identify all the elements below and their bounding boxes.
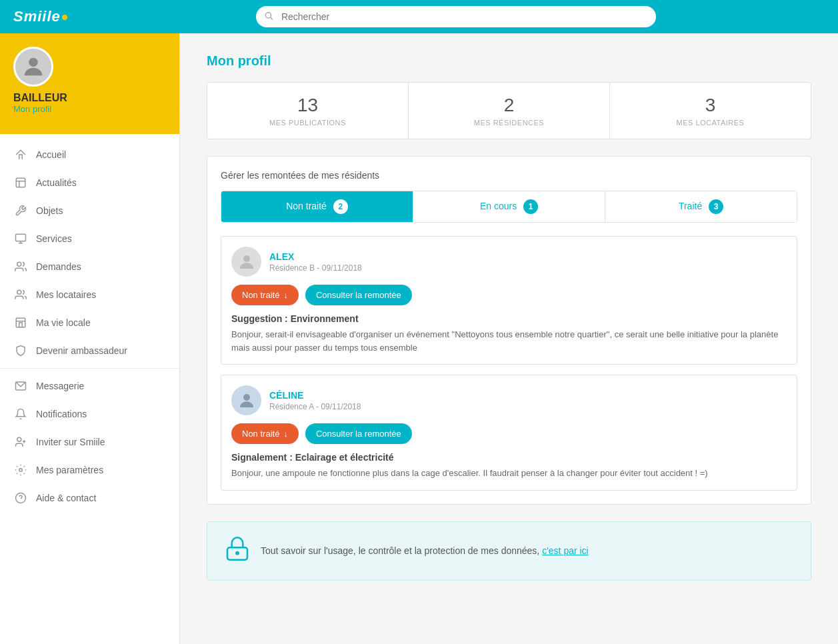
nav-divider <box>0 368 179 369</box>
report-card-celine: CÉLINE Résidence A - 09/11/2018 Non trai… <box>221 375 797 491</box>
avatar-alex <box>231 247 261 277</box>
sidebar-label-inviter: Inviter sur Smiile <box>36 437 105 447</box>
sidebar-item-parametres[interactable]: Mes paramètres <box>0 456 179 484</box>
sidebar-item-locataires[interactable]: Mes locataires <box>0 281 179 309</box>
tab-non-traite-badge: 2 <box>333 199 348 214</box>
svg-point-22 <box>236 552 238 554</box>
svg-point-16 <box>19 469 23 472</box>
stat-label-residences: MES RÉSIDENCES <box>421 119 597 127</box>
report-actions-celine: Non traité ↓ Consulter la remontée <box>231 423 787 444</box>
report-meta-alex: Résidence B - 09/11/2018 <box>269 263 362 273</box>
tab-non-traite[interactable]: Non traité 2 <box>221 191 413 222</box>
stat-label-publications: MES PUBLICATIONS <box>219 119 396 127</box>
btn-consulter-alex[interactable]: Consulter la remontée <box>305 285 412 305</box>
svg-point-2 <box>29 58 37 67</box>
svg-point-20 <box>243 394 250 401</box>
data-banner: Tout savoir sur l'usage, le contrôle et … <box>207 521 811 581</box>
sidebar-item-inviter[interactable]: Inviter sur Smiile <box>0 428 179 456</box>
page-title: Mon profil <box>207 53 811 69</box>
people-icon <box>13 259 28 274</box>
remontees-section: Gérer les remontées de mes résidents Non… <box>207 156 811 505</box>
sidebar-item-notifications[interactable]: Notifications <box>0 400 179 428</box>
report-meta-celine: Résidence A - 09/11/2018 <box>269 402 361 411</box>
report-card-alex: ALEX Résidence B - 09/11/2018 Non traité… <box>221 236 797 365</box>
gear-icon <box>13 463 28 477</box>
sidebar-item-accueil[interactable]: Accueil <box>0 141 179 169</box>
btn-non-traite-alex[interactable]: Non traité ↓ <box>231 285 299 305</box>
sidebar-item-vie-locale[interactable]: Ma vie locale <box>0 309 179 337</box>
arrow-down-icon: ↓ <box>283 290 288 300</box>
btn-non-traite-celine[interactable]: Non traité ↓ <box>231 423 299 444</box>
svg-point-0 <box>265 13 271 18</box>
layout: BAILLEUR Mon profil Accueil <box>0 33 838 644</box>
report-user-name-alex: ALEX <box>269 251 362 262</box>
main-content: Mon profil 13 MES PUBLICATIONS 2 MES RÉS… <box>180 33 838 644</box>
tab-traite[interactable]: Traité 3 <box>605 191 797 222</box>
svg-rect-6 <box>16 234 26 241</box>
svg-point-10 <box>17 290 21 294</box>
bell-icon <box>13 407 28 421</box>
stat-number-residences: 2 <box>421 95 597 116</box>
avatar-celine <box>231 385 261 415</box>
person-add-icon <box>13 435 28 449</box>
data-banner-text: Tout savoir sur l'usage, le contrôle et … <box>261 545 589 556</box>
shield-icon <box>13 343 28 358</box>
stat-number-publications: 13 <box>219 95 396 116</box>
tab-traite-label: Traité <box>679 201 702 211</box>
report-body-title-celine: Signalement : Eclairage et électricité <box>231 452 787 463</box>
tab-en-cours[interactable]: En cours 1 <box>413 191 605 222</box>
wrench-icon <box>13 203 28 218</box>
report-body-title-alex: Suggestion : Environnement <box>231 313 787 324</box>
search-input[interactable] <box>256 6 656 27</box>
sidebar-label-objets: Objets <box>36 205 63 216</box>
sidebar-label-parametres: Mes paramètres <box>36 465 103 475</box>
remontees-title: Gérer les remontées de mes résidents <box>221 170 797 181</box>
sidebar-label-actualites: Actualités <box>36 177 77 188</box>
sidebar-item-actualites[interactable]: Actualités <box>0 169 179 197</box>
stat-residences[interactable]: 2 MES RÉSIDENCES <box>409 83 610 139</box>
svg-rect-3 <box>16 178 25 187</box>
stat-publications[interactable]: 13 MES PUBLICATIONS <box>207 83 409 139</box>
sidebar-item-objets[interactable]: Objets <box>0 197 179 225</box>
logo: Smiile <box>13 9 67 24</box>
logo-dot <box>62 15 67 20</box>
stat-locataires[interactable]: 3 MES LOCATAIRES <box>610 83 811 139</box>
remontees-tabs: Non traité 2 En cours 1 Traité 3 <box>221 191 797 223</box>
svg-point-13 <box>17 437 21 441</box>
sidebar-label-ambassadeur: Devenir ambassadeur <box>36 345 127 356</box>
tab-non-traite-label: Non traité <box>286 201 327 211</box>
report-header-alex: ALEX Résidence B - 09/11/2018 <box>231 247 787 277</box>
report-header-celine: CÉLINE Résidence A - 09/11/2018 <box>231 385 787 415</box>
stat-label-locataires: MES LOCATAIRES <box>622 119 799 127</box>
avatar-wrap <box>13 47 166 87</box>
svg-line-1 <box>271 17 273 19</box>
lock-icon <box>224 535 251 567</box>
report-user-name-celine: CÉLINE <box>269 390 361 401</box>
sidebar-header: BAILLEUR Mon profil <box>0 33 179 134</box>
data-banner-main-text: Tout savoir sur l'usage, le contrôle et … <box>261 545 539 556</box>
sidebar-item-demandes[interactable]: Demandes <box>0 253 179 281</box>
user-profile-link[interactable]: Mon profil <box>13 104 166 114</box>
sidebar-label-demandes: Demandes <box>36 261 81 272</box>
svg-point-19 <box>243 255 250 262</box>
report-body-text-alex: Bonjour, serait-il envisageable d'organi… <box>231 328 787 354</box>
user-role: BAILLEUR <box>13 92 166 104</box>
sidebar-label-locataires: Mes locataires <box>36 289 96 300</box>
report-user-info-alex: ALEX Résidence B - 09/11/2018 <box>269 251 362 273</box>
home-icon <box>13 147 28 162</box>
sidebar-label-aide: Aide & contact <box>36 493 96 503</box>
stat-number-locataires: 3 <box>622 95 799 116</box>
sidebar-label-services: Services <box>36 233 72 244</box>
btn-consulter-celine[interactable]: Consulter la remontée <box>305 423 412 444</box>
sidebar-item-services[interactable]: Services <box>0 225 179 253</box>
sidebar-label-notifications: Notifications <box>36 409 87 419</box>
topbar: Smiile <box>0 0 838 33</box>
tab-traite-badge: 3 <box>709 199 723 214</box>
sidebar-item-messagerie[interactable]: Messagerie <box>0 372 179 400</box>
sidebar-item-ambassadeur[interactable]: Devenir ambassadeur <box>0 337 179 365</box>
arrow-down-icon-2: ↓ <box>283 429 288 439</box>
sidebar-label-vie-locale: Ma vie locale <box>36 317 91 328</box>
data-banner-link[interactable]: c'est par ici <box>542 545 589 556</box>
help-icon <box>13 491 28 505</box>
sidebar-item-aide[interactable]: Aide & contact <box>0 484 179 512</box>
